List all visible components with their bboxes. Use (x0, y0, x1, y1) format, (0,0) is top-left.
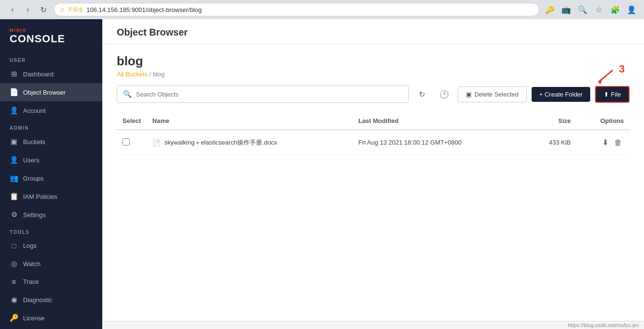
file-label: ⬆ File (604, 91, 621, 98)
delete-label: Delete Selected (474, 91, 519, 98)
sidebar-item-label: Groups (23, 175, 44, 182)
upload-file-button[interactable]: ⬆ File (595, 86, 630, 103)
top-bar: Object Browser (102, 19, 644, 44)
url-text: 106.14.156.185:9001/object-browser/blog (86, 6, 202, 13)
sidebar-item-account[interactable]: 👤 Account (0, 101, 102, 120)
sidebar-item-label: Account (23, 107, 46, 114)
logo: MIN|O CONSOLE (0, 19, 102, 52)
bucket-name: blog (117, 54, 630, 69)
address-bar[interactable]: ⚠ 不安全 106.14.156.185:9001/object-browser… (54, 3, 539, 16)
row-name-cell: 📄 skywalking＋elasticsearch操作手册.docx (146, 130, 352, 155)
dashboard-icon: ⊞ (10, 70, 18, 78)
annotation-container: ⬆ File 3 (595, 86, 630, 103)
svg-marker-1 (598, 80, 602, 85)
row-select-cell (117, 130, 146, 155)
forward-button[interactable]: › (21, 3, 35, 16)
breadcrumb-all-buckets[interactable]: All Buckets (117, 71, 147, 78)
star-icon[interactable]: ☆ (592, 3, 606, 16)
download-button[interactable]: ⬇ (600, 136, 610, 149)
groups-icon: 👥 (10, 174, 18, 183)
logo-console: CONSOLE (10, 33, 93, 45)
toolbar: 🔍 ↻ 🕐 ▣ Delete Selected + Create Folder … (117, 85, 630, 103)
buckets-icon: ▣ (10, 137, 18, 146)
delete-selected-button[interactable]: ▣ Delete Selected (458, 86, 527, 102)
breadcrumb: All Buckets / blog (117, 71, 630, 78)
logo-mini: MIN|O (10, 28, 93, 33)
sidebar-item-trace[interactable]: ≡ Trace (0, 273, 102, 291)
sidebar-item-label: Trace (23, 278, 39, 285)
security-icon: ⚠ (60, 7, 65, 13)
col-header-select: Select (117, 112, 146, 130)
sidebar-item-watch[interactable]: ◎ Watch (0, 255, 102, 273)
section-label-tools: TOOLS (0, 224, 102, 237)
extension-icon[interactable]: 🧩 (608, 3, 622, 16)
sidebar: MIN|O CONSOLE USER ⊞ Dashboard 📄 Object … (0, 19, 102, 329)
sidebar-item-dashboard[interactable]: ⊞ Dashboard (0, 65, 102, 83)
table-row: 📄 skywalking＋elasticsearch操作手册.docx Fri … (117, 130, 630, 155)
cast-icon[interactable]: 📺 (559, 3, 573, 16)
license-icon: 🔑 (10, 314, 18, 322)
sidebar-item-object-browser[interactable]: 📄 Object Browser (0, 83, 102, 101)
app-container: MIN|O CONSOLE USER ⊞ Dashboard 📄 Object … (0, 19, 644, 329)
search-icon: 🔍 (123, 90, 132, 98)
search-box[interactable]: 🔍 (117, 85, 409, 103)
search-input[interactable] (136, 91, 402, 98)
file-doc-icon: 📄 (152, 139, 160, 146)
create-folder-button[interactable]: + Create Folder (532, 87, 591, 102)
sidebar-item-iam-policies[interactable]: 📋 IAM Policies (0, 187, 102, 206)
account-icon: 👤 (10, 106, 18, 115)
sidebar-item-users[interactable]: 👤 Users (0, 151, 102, 169)
sidebar-item-buckets[interactable]: ▣ Buckets (0, 133, 102, 151)
status-bar: https://blog.osdir.net/mufyu.jec (102, 321, 644, 329)
sidebar-item-diagnostic[interactable]: ◉ Diagnostic (0, 291, 102, 309)
profile-icon[interactable]: 👤 (625, 3, 638, 16)
sidebar-item-label: License (23, 315, 45, 322)
objects-table: Select Name Last Modified Size Options 📄… (117, 112, 630, 155)
key-icon[interactable]: 🔑 (543, 3, 557, 16)
sidebar-item-logs[interactable]: □ Logs (0, 237, 102, 255)
history-button[interactable]: 🕐 (436, 85, 453, 103)
iam-icon: 📋 (10, 192, 18, 201)
back-button[interactable]: ‹ (6, 3, 19, 16)
row-modified-cell: Fri Aug 13 2021 18:00:12 GMT+0800 (352, 130, 526, 155)
create-folder-label: + Create Folder (539, 91, 583, 98)
row-options-cell: ⬇ 🗑 (576, 130, 630, 155)
row-size-cell: 433 KiB (526, 130, 576, 155)
trace-icon: ≡ (10, 278, 18, 286)
status-text: https://blog.osdir.net/mufyu.jec (568, 322, 639, 328)
sidebar-item-license[interactable]: 🔑 License (0, 309, 102, 327)
col-header-options: Options (576, 112, 630, 130)
sidebar-item-label: Buckets (23, 138, 45, 146)
diagnostic-icon: ◉ (10, 295, 18, 304)
users-icon: 👤 (10, 156, 18, 164)
col-header-size: Size (526, 112, 576, 130)
search-icon[interactable]: 🔍 (576, 3, 589, 16)
sidebar-item-label: Diagnostic (23, 296, 52, 304)
watch-icon: ◎ (10, 259, 18, 268)
logs-icon: □ (10, 242, 18, 250)
security-label: 不安全 (68, 6, 84, 13)
reload-button[interactable]: ↻ (36, 3, 50, 16)
sidebar-item-settings[interactable]: ⚙ Settings (0, 206, 102, 224)
section-label-admin: ADMIN (0, 120, 102, 133)
delete-button[interactable]: 🗑 (612, 136, 624, 149)
delete-icon: ▣ (466, 91, 472, 98)
col-header-modified: Last Modified (352, 112, 526, 130)
content-area: blog All Buckets / blog 🔍 ↻ 🕐 ▣ Delete S… (102, 44, 644, 321)
sidebar-item-label: Object Browser (23, 89, 66, 96)
settings-icon: ⚙ (10, 210, 18, 219)
refresh-button[interactable]: ↻ (413, 85, 431, 103)
sidebar-item-label: Logs (23, 242, 36, 249)
main-content: Object Browser blog All Buckets / blog 🔍… (102, 19, 644, 329)
sidebar-item-label: Settings (23, 211, 46, 219)
browser-right-icons: 🔑 📺 🔍 ☆ 🧩 👤 (543, 3, 638, 16)
col-header-name: Name (146, 112, 352, 130)
sidebar-item-label: Dashboard (23, 71, 54, 78)
page-title: Object Browser (117, 27, 630, 38)
row-checkbox[interactable] (122, 138, 130, 146)
sidebar-item-label: Watch (23, 260, 40, 268)
sidebar-item-label: IAM Policies (23, 193, 58, 200)
sidebar-item-label: Users (23, 157, 39, 164)
browser-chrome: ‹ › ↻ ⚠ 不安全 106.14.156.185:9001/object-b… (0, 0, 644, 19)
sidebar-item-groups[interactable]: 👥 Groups (0, 169, 102, 187)
